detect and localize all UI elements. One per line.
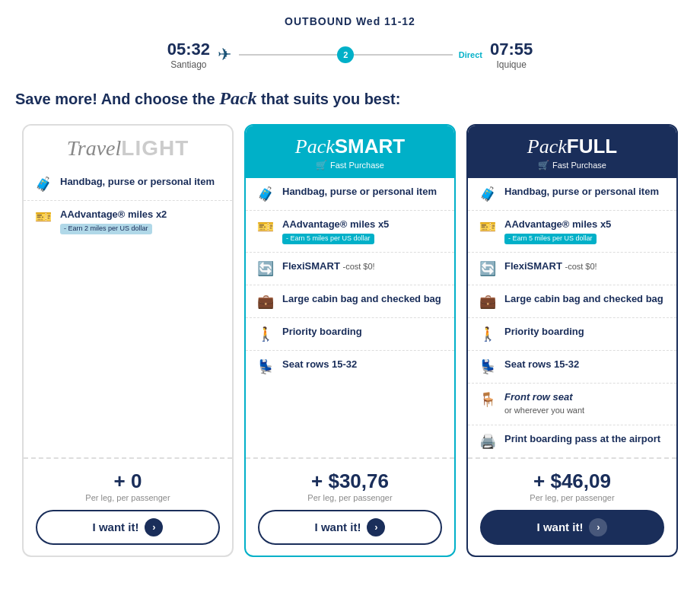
want-btn-smart-label: I want it! <box>315 521 361 533</box>
light-title-word: Travel <box>67 136 122 160</box>
fast-purchase-label-full: Fast Purchase <box>552 161 606 170</box>
stops-dot: 2 <box>337 46 354 63</box>
bag-icon-full: 💼 <box>479 293 497 310</box>
feature-flexi-full: 🔄 FlexiSMART -cost $0! <box>468 253 676 285</box>
fast-purchase-label-smart: Fast Purchase <box>330 161 384 170</box>
departure-city: Santiago <box>167 59 210 70</box>
feature-priority-full: 🚶 Priority boarding <box>468 318 676 351</box>
card-light-features: 🧳 Handbag, purse or personal item 🎫 AAdv… <box>24 168 232 457</box>
card-light-footer: + 0 Per leg, per passenger I want it! › <box>24 457 232 556</box>
seat-text-full: Seat rows 15-32 <box>504 358 579 371</box>
stop-label: Direct <box>459 50 482 59</box>
miles-text-light: AAdvantage® miles x2 - Earn 2 miles per … <box>60 209 167 234</box>
feature-bag-full: 💼 Large cabin bag and checked bag <box>468 285 676 318</box>
miles-icon-light: 🎫 <box>34 209 52 225</box>
card-light-title: TravelLIGHT <box>36 136 220 161</box>
want-btn-light[interactable]: I want it! › <box>36 510 220 545</box>
seat-icon-full: 💺 <box>479 358 497 375</box>
frontrow-icon-full: 🪑 <box>479 391 497 408</box>
want-btn-light-label: I want it! <box>93 521 139 533</box>
feature-miles-smart: 🎫 AAdvantage® miles x5 - Earn 5 miles pe… <box>246 211 454 253</box>
card-full: PackFULL 🛒 Fast Purchase 🧳 Handbag, purs… <box>466 124 678 557</box>
miles-icon-full: 🎫 <box>479 218 497 235</box>
card-smart: PackSMART 🛒 Fast Purchase 🧳 Handbag, pur… <box>244 124 456 557</box>
headline: Save more! And choose the Pack that suit… <box>15 88 685 109</box>
miles-icon-smart: 🎫 <box>256 218 275 235</box>
priority-icon-full: 🚶 <box>479 326 497 342</box>
miles-badge-full: - Earn 5 miles per US dollar <box>504 234 597 244</box>
card-full-footer: + $46,09 Per leg, per passenger I want i… <box>468 457 676 556</box>
fast-purchase-icon-smart: 🛒 <box>316 160 327 170</box>
arrival-city: Iquique <box>490 59 533 70</box>
handbag-icon-full: 🧳 <box>479 186 497 202</box>
departure-block: 05:32 Santiago <box>167 40 210 70</box>
handbag-text-light: Handbag, purse or personal item <box>60 176 215 189</box>
plane-icon: ✈ <box>218 45 231 65</box>
headline-after: that suits you best: <box>257 91 401 107</box>
feature-priority-smart: 🚶 Priority boarding <box>246 318 454 351</box>
flexi-cost-smart: -cost $0! <box>342 262 374 271</box>
bag-icon-smart: 💼 <box>256 293 275 310</box>
arrival-block: 07:55 Iquique <box>490 40 533 70</box>
cards-row: TravelLIGHT 🧳 Handbag, purse or personal… <box>15 124 685 557</box>
feature-bag-smart: 💼 Large cabin bag and checked bag <box>246 285 454 318</box>
miles-badge-light: - Earn 2 miles per US dollar <box>60 224 152 234</box>
feature-handbag-smart: 🧳 Handbag, purse or personal item <box>246 178 454 211</box>
full-title-main: FULL <box>567 135 617 158</box>
departure-time: 05:32 <box>167 40 210 59</box>
frontrow-sub: or wherever you want <box>504 406 584 415</box>
arrival-time: 07:55 <box>490 40 533 59</box>
smart-fast-purchase: 🛒 Fast Purchase <box>258 160 442 170</box>
flight-info: 05:32 Santiago ✈ 2 Direct 07:55 Iquique <box>15 40 685 70</box>
handbag-icon-smart: 🧳 <box>256 186 275 202</box>
handbag-icon: 🧳 <box>34 176 52 193</box>
priority-icon-smart: 🚶 <box>256 326 275 342</box>
flexi-cost-full: -cost $0! <box>565 262 597 271</box>
price-sub-light: Per leg, per passenger <box>36 493 220 502</box>
miles-badge-smart: - Earn 5 miles per US dollar <box>282 234 374 244</box>
price-sub-smart: Per leg, per passenger <box>258 493 442 502</box>
card-light: TravelLIGHT 🧳 Handbag, purse or personal… <box>22 124 234 557</box>
feature-miles-light: 🎫 AAdvantage® miles x2 - Earn 2 miles pe… <box>24 201 232 242</box>
feature-seat-full: 💺 Seat rows 15-32 <box>468 351 676 384</box>
price-sub-full: Per leg, per passenger <box>480 493 664 502</box>
smart-title-word: Pack <box>295 135 335 158</box>
feature-boardingpass-full: 🖨️ Print boarding pass at the airport <box>468 425 676 457</box>
want-btn-light-arrow: › <box>145 518 163 536</box>
want-btn-full-label: I want it! <box>537 521 584 533</box>
full-title-word: Pack <box>527 135 567 158</box>
card-full-header: PackFULL 🛒 Fast Purchase <box>468 126 676 178</box>
handbag-text-full: Handbag, purse or personal item <box>504 186 659 199</box>
boardingpass-text-full: Print boarding pass at the airport <box>504 433 660 446</box>
miles-text-full: AAdvantage® miles x5 - Earn 5 miles per … <box>504 218 611 244</box>
fast-purchase-icon-full: 🛒 <box>538 160 549 170</box>
smart-title-main: SMART <box>335 135 405 158</box>
card-smart-header: PackSMART 🛒 Fast Purchase <box>246 126 454 178</box>
priority-text-smart: Priority boarding <box>282 326 362 339</box>
boardingpass-icon-full: 🖨️ <box>479 433 497 450</box>
card-smart-footer: + $30,76 Per leg, per passenger I want i… <box>246 457 454 556</box>
price-smart: + $30,76 <box>258 470 442 493</box>
seat-text-smart: Seat rows 15-32 <box>282 358 357 371</box>
headline-before: Save more! And choose the <box>15 91 219 107</box>
feature-flexi-smart: 🔄 FlexiSMART -cost $0! <box>246 253 454 285</box>
feature-miles-full: 🎫 AAdvantage® miles x5 - Earn 5 miles pe… <box>468 211 676 253</box>
flexi-icon-smart: 🔄 <box>256 260 275 277</box>
handbag-text-smart: Handbag, purse or personal item <box>282 186 437 199</box>
page-title: OUTBOUND Wed 11-12 <box>15 15 685 27</box>
light-title-main: LIGHT <box>121 136 189 160</box>
card-smart-features: 🧳 Handbag, purse or personal item 🎫 AAdv… <box>246 178 454 457</box>
want-btn-smart-arrow: › <box>367 518 385 536</box>
want-btn-full[interactable]: I want it! › <box>480 510 664 545</box>
miles-text-smart: AAdvantage® miles x5 - Earn 5 miles per … <box>282 218 389 244</box>
frontrow-text-full: Front row seat or wherever you want <box>504 391 584 417</box>
bag-text-smart: Large cabin bag and checked bag <box>282 293 441 306</box>
full-fast-purchase: 🛒 Fast Purchase <box>480 160 664 170</box>
flight-line: 2 Direct <box>239 50 482 59</box>
price-full: + $46,09 <box>480 470 664 493</box>
flexi-text-smart: FlexiSMART -cost $0! <box>282 260 375 273</box>
card-full-title: PackFULL <box>480 136 664 157</box>
feature-seat-smart: 💺 Seat rows 15-32 <box>246 351 454 383</box>
card-light-header: TravelLIGHT <box>24 126 232 168</box>
want-btn-smart[interactable]: I want it! › <box>258 510 442 545</box>
